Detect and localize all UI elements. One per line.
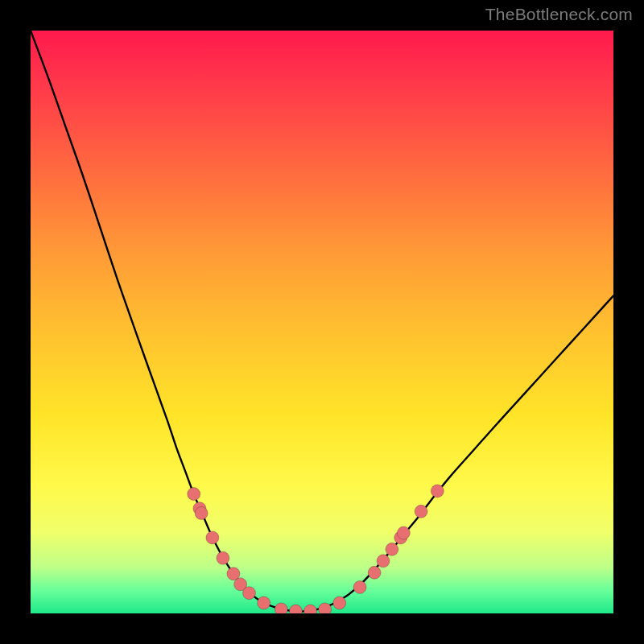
curve-marker bbox=[397, 526, 410, 539]
curve-marker bbox=[275, 603, 287, 613]
curve-marker bbox=[206, 531, 219, 544]
curve-marker bbox=[243, 587, 256, 600]
curve-markers-group bbox=[188, 485, 444, 613]
curve-marker bbox=[377, 555, 390, 568]
chart-plot-area bbox=[31, 31, 613, 613]
curve-marker bbox=[217, 551, 229, 564]
curve-marker bbox=[319, 603, 332, 613]
bottleneck-curve-line bbox=[31, 31, 613, 612]
watermark-label: TheBottleneck.com bbox=[485, 5, 633, 24]
curve-marker bbox=[304, 605, 317, 613]
curve-marker bbox=[431, 485, 444, 497]
curve-marker bbox=[289, 605, 302, 613]
curve-marker bbox=[333, 597, 346, 609]
curve-marker bbox=[188, 488, 200, 501]
curve-marker bbox=[258, 597, 270, 609]
curve-marker bbox=[368, 566, 381, 579]
chart-outer-frame: TheBottleneck.com bbox=[0, 0, 644, 644]
curve-marker bbox=[353, 580, 366, 593]
curve-marker bbox=[386, 543, 398, 555]
curve-marker bbox=[195, 506, 208, 519]
curve-marker bbox=[415, 505, 427, 518]
chart-svg bbox=[31, 31, 613, 613]
